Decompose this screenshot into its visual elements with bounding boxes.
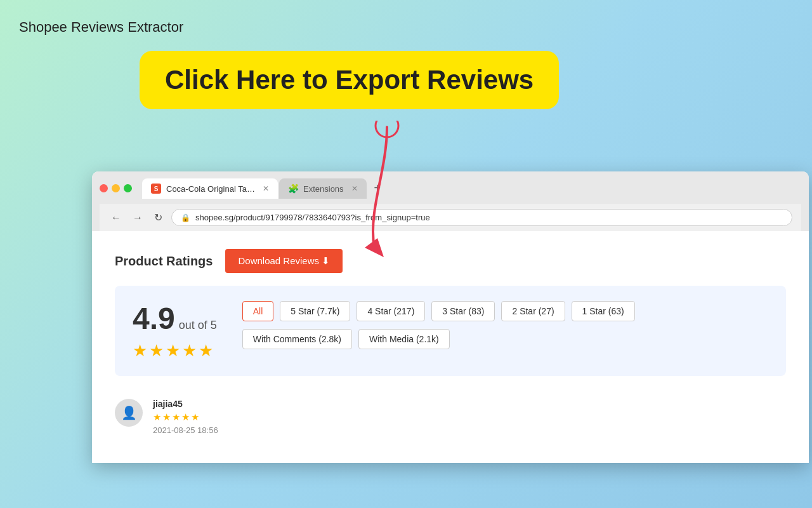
product-ratings-header: Product Ratings Download Reviews ⬇ [115,249,786,273]
browser-titlebar: S Coca-Cola Original Taste (les ✕ 🧩 Exte… [100,178,801,199]
rating-score-section: 4.9 out of 5 ★ ★ ★ ★ ★ [133,301,217,361]
address-bar[interactable]: 🔒 shopee.sg/product/91799978/7833640793?… [171,209,792,226]
shopee-favicon: S [151,184,161,194]
ratings-box: 4.9 out of 5 ★ ★ ★ ★ ★ All 5 Star (7.7k)… [115,286,786,376]
security-icon: 🔒 [181,213,190,222]
export-tooltip: Click Here to Export Reviews [140,51,559,109]
filter-1star[interactable]: 1 Star (63) [572,301,635,321]
forward-button[interactable]: → [130,211,145,225]
browser-chrome: S Coca-Cola Original Taste (les ✕ 🧩 Exte… [92,171,809,231]
url-text: shopee.sg/product/91799978/7833640793?is… [195,213,430,222]
back-button[interactable]: ← [108,211,124,225]
filter-3star[interactable]: 3 Star (83) [431,301,495,321]
page-content: Product Ratings Download Reviews ⬇ 4.9 o… [92,231,809,463]
reviewer-name: jiajia45 [153,399,218,409]
filter-row-1: All 5 Star (7.7k) 4 Star (217) 3 Star (8… [242,301,768,321]
star-1: ★ [133,341,147,361]
close-window-button[interactable] [100,184,108,192]
shopee-tab-title: Coca-Cola Original Taste (les [166,184,255,194]
maximize-window-button[interactable] [124,184,132,192]
filter-row-2: With Comments (2.8k) With Media (2.1k) [242,329,768,349]
address-bar-row: ← → ↻ 🔒 shopee.sg/product/91799978/78336… [100,204,801,231]
review-details: jiajia45 ★ ★ ★ ★ ★ 2021-08-25 18:56 [153,399,218,435]
filter-with-comments[interactable]: With Comments (2.8k) [242,329,352,349]
review-stars: ★ ★ ★ ★ ★ [153,411,218,423]
tabs-row: S Coca-Cola Original Taste (les ✕ 🧩 Exte… [142,178,387,199]
review-star-5: ★ [191,411,199,423]
star-5: ★ [199,341,213,361]
svg-point-1 [376,121,398,137]
review-star-2: ★ [162,411,171,423]
review-star-1: ★ [153,411,161,423]
rating-outof: out of 5 [179,319,217,332]
star-3: ★ [166,341,180,361]
traffic-lights [100,184,132,192]
new-tab-button[interactable]: + [368,178,388,199]
star-2: ★ [149,341,164,361]
rating-number: 4.9 [133,301,175,336]
review-item: 👤 jiajia45 ★ ★ ★ ★ ★ 2021-08-25 18:56 [115,389,786,445]
review-date: 2021-08-25 18:56 [153,425,218,435]
filter-section: All 5 Star (7.7k) 4 Star (217) 3 Star (8… [242,301,768,349]
filter-4star[interactable]: 4 Star (217) [357,301,425,321]
shopee-tab-close[interactable]: ✕ [263,184,269,193]
filter-with-media[interactable]: With Media (2.1k) [358,329,450,349]
star-4: ★ [182,341,197,361]
filter-5star[interactable]: 5 Star (7.7k) [280,301,350,321]
extensions-tab-title: Extensions [303,184,344,194]
product-ratings-label: Product Ratings [115,254,213,269]
extensions-tab[interactable]: 🧩 Extensions ✕ [279,178,367,199]
filter-all[interactable]: All [242,301,274,321]
filter-2star[interactable]: 2 Star (27) [501,301,565,321]
reviewer-avatar: 👤 [115,399,143,427]
avatar-icon: 👤 [121,405,137,420]
app-title: Shopee Reviews Extractor [19,19,183,36]
extensions-tab-close[interactable]: ✕ [351,184,358,193]
shopee-tab[interactable]: S Coca-Cola Original Taste (les ✕ [142,178,278,199]
rating-score: 4.9 out of 5 [133,301,217,336]
download-reviews-button[interactable]: Download Reviews ⬇ [225,249,343,273]
review-star-4: ★ [181,411,190,423]
browser-window: S Coca-Cola Original Taste (les ✕ 🧩 Exte… [92,171,809,463]
review-star-3: ★ [172,411,180,423]
minimize-window-button[interactable] [112,184,120,192]
reload-button[interactable]: ↻ [152,210,165,225]
rating-stars: ★ ★ ★ ★ ★ [133,341,217,361]
extension-puzzle-icon: 🧩 [288,184,298,194]
